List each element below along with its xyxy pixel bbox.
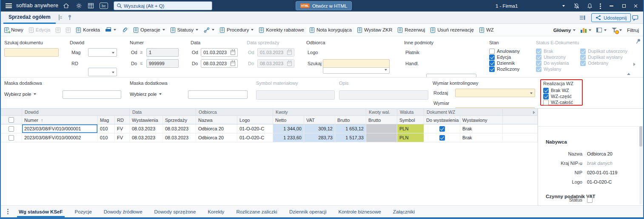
col-do-wystawienia[interactable]: Do wystawienia: [424, 116, 460, 124]
usun-rezerwacje-button[interactable]: Usuń rezerwację: [430, 27, 474, 33]
company-chevron-down-icon[interactable]: [562, 5, 565, 7]
vat-status-checkbox[interactable]: [587, 197, 593, 203]
numer-do-input[interactable]: [149, 61, 176, 66]
chevron-right-icon[interactable]: [633, 63, 635, 66]
bottom-tab-pozycje[interactable]: Pozycje: [69, 206, 98, 217]
cell-numer[interactable]: 2023/03/08/FV/010/000002: [22, 133, 98, 142]
copy-button[interactable]: [56, 27, 60, 33]
close-button[interactable]: [631, 0, 641, 12]
cell-nazwa[interactable]: Odbiorca 20: [196, 124, 237, 133]
col-nazwa[interactable]: Nazwa: [196, 116, 237, 124]
checkbox[interactable]: [489, 49, 495, 54]
tab-document-icon[interactable]: [59, 15, 60, 20]
company-selector[interactable]: 1 - Firma1: [496, 0, 518, 12]
stan-anulowany[interactable]: Anulowany: [489, 48, 520, 54]
edit-button[interactable]: Edycja: [29, 27, 51, 33]
bottom-tab-wg-statusow-ksef[interactable]: Wg statusów KSeF: [13, 206, 69, 217]
procedury-menu-button[interactable]: Procedury: [220, 27, 254, 33]
detail-scrollbar[interactable]: [639, 126, 642, 205]
col-brutto[interactable]: Brutto: [335, 116, 366, 124]
realizacja-brak-wz[interactable]: Brak WZ: [543, 87, 569, 93]
checkbox[interactable]: [489, 55, 495, 60]
collapse-filters-chevron-up-icon[interactable]: [627, 73, 630, 75]
home-icon[interactable]: [63, 3, 69, 9]
maska2-value-input[interactable]: [191, 92, 245, 97]
select-all-checkbox[interactable]: [9, 117, 14, 123]
bottom-tab-kontrole-biznesowe[interactable]: Kontrole biznesowe: [332, 206, 387, 217]
cell-rd[interactable]: FV: [115, 124, 130, 133]
cell-symbol[interactable]: PLN: [397, 124, 424, 133]
operacje-menu-button[interactable]: Operacje: [134, 27, 165, 33]
col-rd[interactable]: RD: [115, 116, 130, 124]
bottom-tab-zalaczniki[interactable]: Załączniki: [387, 206, 421, 217]
col-sprzedazy[interactable]: Sprzedaży: [163, 116, 196, 124]
bottom-tab-rozliczane-zaliczki[interactable]: Rozliczane zaliczki: [230, 206, 283, 217]
row-checkbox[interactable]: [9, 126, 14, 132]
bottom-tab-dowody-sprzezone[interactable]: Dowody sprzężone: [148, 206, 202, 217]
calendar-icon[interactable]: [231, 61, 235, 66]
cell-sprzedazy[interactable]: 08.03.2023: [163, 124, 196, 133]
cell-brutto-wal[interactable]: [366, 124, 397, 133]
cell-wystawienia[interactable]: 08.03.2023: [130, 133, 163, 142]
checkbox[interactable]: [489, 61, 495, 66]
col-brutto-wal[interactable]: Brutto: [366, 116, 397, 124]
search-input[interactable]: [124, 3, 209, 9]
szukaj-dokumentu-input[interactable]: [7, 50, 56, 55]
cell-rd[interactable]: FV: [115, 133, 130, 142]
checkbox[interactable]: [543, 88, 549, 93]
data-do-input[interactable]: [203, 61, 229, 66]
wystaw-zkr-button[interactable]: Wystaw ZKR: [357, 27, 392, 33]
realizacja-wz-czesc[interactable]: WZ-część: [543, 93, 572, 99]
notifications-bell-icon[interactable]: [586, 3, 593, 9]
bottom-kebab-menu-icon[interactable]: [3, 206, 13, 217]
global-search[interactable]: [114, 1, 212, 10]
minimize-button[interactable]: [607, 0, 616, 12]
cell-brutto[interactable]: 1 517,33: [335, 133, 366, 142]
maska2-field-select[interactable]: Wybierz pole: [130, 92, 162, 97]
statusy-menu-button[interactable]: Statusy: [171, 27, 198, 33]
table-row[interactable]: 2023/03/08/FV/010/000002 010 FV 08.03.20…: [1, 133, 538, 142]
numer-od-input[interactable]: [149, 50, 176, 55]
checkbox[interactable]: [439, 126, 445, 132]
chat-icon[interactable]: [632, 15, 638, 22]
checkbox[interactable]: [543, 94, 549, 99]
view-selector[interactable]: Główny: [553, 28, 576, 33]
col-numer[interactable]: Numer: [22, 116, 98, 124]
bc-icon[interactable]: bc: [100, 3, 108, 9]
open-in-html-button[interactable]: HTML Otwórz w HTML: [296, 1, 352, 10]
share-button[interactable]: Udostępnij: [591, 13, 631, 22]
cell-mag[interactable]: 010: [98, 133, 115, 142]
scrollbar-thumb[interactable]: [639, 126, 642, 147]
nota-korygujaca-button[interactable]: Nota korygująca: [310, 27, 352, 33]
stan-rozliczony[interactable]: Rozliczony: [489, 66, 519, 72]
korekta-button[interactable]: Korekta: [76, 27, 100, 33]
maska1-value-input[interactable]: [65, 92, 119, 97]
attachment-button[interactable]: [122, 27, 128, 33]
korekty-rabatowe-button[interactable]: Korekty rabatowe: [259, 27, 304, 33]
cell-netto[interactable]: 1 344,00: [273, 124, 304, 133]
delete-button[interactable]: [66, 27, 71, 33]
rodzaj-select[interactable]: [455, 89, 535, 97]
cell-logo[interactable]: 01-O-020-C: [237, 124, 273, 133]
wz-button[interactable]: WZ: [479, 27, 494, 33]
data-od-input[interactable]: [203, 50, 229, 55]
print-button[interactable]: [105, 27, 116, 33]
rd-select[interactable]: [88, 68, 117, 76]
bottom-tab-korekty[interactable]: Korekty: [202, 206, 230, 217]
table-row[interactable]: 2023/03/08/FV/010/000001 010 FV 08.03.20…: [1, 124, 538, 133]
bottom-tab-dziennik-operacji[interactable]: Dziennik operacji: [283, 206, 333, 217]
cell-logo[interactable]: 01-O-020-C: [237, 133, 273, 142]
checkbox[interactable]: [489, 66, 495, 72]
bottom-tab-dowody-zrodlowe[interactable]: Dowody źródłowe: [98, 206, 148, 217]
expand-detail-chevron-right-icon[interactable]: [533, 111, 535, 114]
cell-brutto-wal[interactable]: [366, 133, 397, 142]
filtruj-button[interactable]: Filtruj: [627, 28, 639, 33]
stan-dziennik[interactable]: Dziennik: [489, 60, 515, 66]
cell-numer[interactable]: 2023/03/08/FV/010/000001: [22, 124, 98, 133]
col-mag[interactable]: Mag: [98, 116, 115, 124]
row-checkbox[interactable]: [9, 135, 14, 141]
tab-sprzedaz-ogolem[interactable]: Sprzedaż ogółem: [3, 12, 56, 24]
cell-wystawiony[interactable]: Brak: [460, 133, 503, 142]
stan-edycja[interactable]: Edycja: [489, 54, 511, 60]
realizacja-wz-calosc[interactable]: WZ-całość: [543, 99, 573, 105]
